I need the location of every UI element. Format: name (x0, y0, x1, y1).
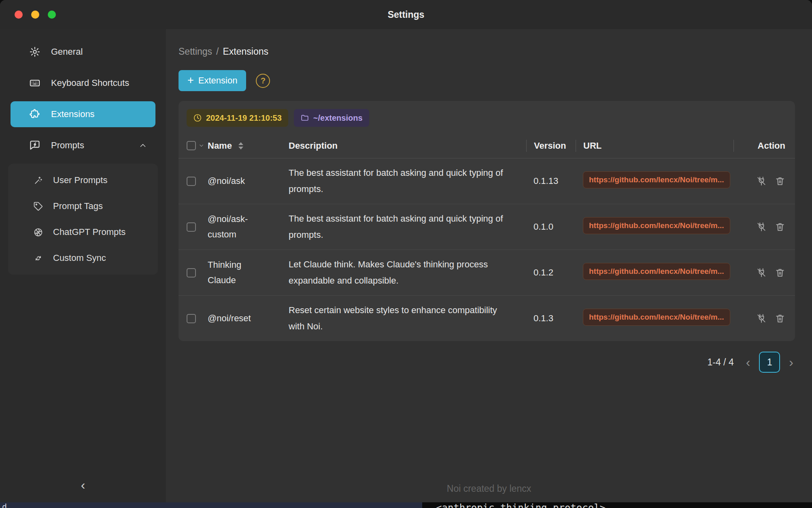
delete-extension-button[interactable] (775, 313, 785, 324)
folder-path-text: ~/extensions (313, 113, 363, 123)
extension-description: The best assistant for batch asking and … (289, 165, 509, 197)
extension-description: Let Claude think. Makes Claude's thinkin… (289, 256, 509, 289)
row-checkbox[interactable] (187, 314, 196, 323)
table-header: Name Description Version URL (179, 133, 795, 158)
disable-extension-button[interactable] (756, 267, 767, 278)
row-select-cell (179, 177, 208, 186)
unplug-icon (756, 222, 767, 232)
breadcrumb-separator: / (216, 46, 219, 57)
extensions-folder-badge[interactable]: ~/extensions (294, 109, 369, 127)
pagination-next-button[interactable]: › (787, 356, 795, 369)
row-checkbox[interactable] (187, 268, 196, 277)
unplug-icon (756, 176, 767, 186)
header-description-label: Description (289, 141, 338, 151)
delete-extension-button[interactable] (775, 267, 785, 278)
sidebar-item-label: ChatGPT Prompts (53, 227, 125, 237)
sidebar-item-chatgpt-prompts[interactable]: ChatGPT Prompts (11, 220, 155, 245)
breadcrumb-parent[interactable]: Settings (179, 46, 212, 57)
chatgpt-icon (33, 227, 43, 237)
add-extension-label: Extension (198, 75, 238, 86)
extension-url-link[interactable]: https://github.com/lencx/Noi/tree/m... (583, 217, 730, 234)
row-checkbox[interactable] (187, 177, 196, 186)
pagination-prev-button[interactable]: ‹ (744, 356, 752, 369)
sidebar-item-custom-sync[interactable]: Custom Sync (11, 245, 155, 271)
row-checkbox[interactable] (187, 222, 196, 232)
extension-actions-cell (733, 267, 795, 278)
row-select-cell (179, 268, 208, 277)
chevron-up-icon (138, 141, 147, 150)
sort-toggle[interactable] (238, 142, 243, 149)
table-row: @noi/reset Reset certain website styles … (179, 296, 795, 341)
sync-icon (33, 253, 43, 263)
minimize-button[interactable] (31, 11, 39, 19)
sidebar-item-label: Custom Sync (53, 253, 106, 263)
timestamp-badge: 2024-11-19 21:10:53 (187, 109, 288, 127)
delete-extension-button[interactable] (775, 176, 785, 186)
sidebar-item-user-prompts[interactable]: User Prompts (11, 168, 155, 193)
window-controls (15, 0, 56, 29)
sidebar-item-prompt-tags[interactable]: Prompt Tags (11, 194, 155, 219)
extension-name-cell: @noi/ask (208, 173, 289, 189)
pagination-page-1-button[interactable]: 1 (759, 352, 780, 373)
disable-extension-button[interactable] (756, 313, 767, 324)
close-button[interactable] (15, 11, 23, 19)
sidebar-item-keyboard-shortcuts[interactable]: Keyboard Shortcuts (11, 70, 155, 96)
zoom-button[interactable] (48, 11, 56, 19)
wand-icon (33, 175, 43, 186)
disable-extension-button[interactable] (756, 176, 767, 186)
trash-icon (775, 313, 785, 324)
prompts-subpanel: User Prompts Prompt Tags (8, 164, 158, 275)
disable-extension-button[interactable] (756, 222, 767, 232)
header-select-cell (179, 141, 208, 150)
help-button[interactable]: ? (256, 74, 270, 88)
gear-icon (29, 46, 40, 58)
add-extension-button[interactable]: + Extension (179, 70, 246, 91)
extension-url-cell: https://github.com/lencx/Noi/tree/m... (576, 309, 733, 328)
background-editor-left: d (0, 502, 422, 508)
header-description: Description (289, 141, 526, 151)
sidebar: General Keyboard Shortcuts Extensions (0, 29, 166, 502)
extension-url-cell: https://github.com/lencx/Noi/tree/m... (576, 217, 733, 237)
unplug-icon (756, 267, 767, 278)
select-all-checkbox[interactable] (187, 141, 196, 150)
delete-extension-button[interactable] (775, 222, 785, 232)
settings-window: Settings General Keyboard Sho (0, 0, 812, 502)
extension-description: Reset certain website styles to enhance … (289, 302, 509, 335)
sidebar-item-extensions[interactable]: Extensions (11, 101, 155, 127)
question-icon: ? (261, 76, 266, 85)
extension-url-link[interactable]: https://github.com/lencx/Noi/tree/m... (583, 309, 730, 326)
background-right-text: <anthropic_thinking_protocol> (436, 502, 606, 508)
footer-credit: Noi created by lencx (166, 483, 812, 494)
extension-actions-cell (733, 222, 795, 232)
extension-name-cell: Thinking Claude (208, 257, 289, 288)
extension-version-cell: 0.1.2 (526, 267, 576, 278)
plus-icon: + (187, 74, 194, 87)
tag-icon (33, 201, 43, 211)
sidebar-item-prompts[interactable]: Prompts (11, 132, 155, 158)
row-select-cell (179, 222, 208, 232)
header-url-label: URL (583, 141, 602, 151)
chevron-left-icon: ‹ (81, 478, 85, 491)
header-name: Name (208, 141, 289, 151)
extension-url-link[interactable]: https://github.com/lencx/Noi/tree/m... (583, 263, 730, 280)
extension-description: The best assistant for batch asking and … (289, 211, 509, 243)
extension-url-link[interactable]: https://github.com/lencx/Noi/tree/m... (583, 171, 730, 188)
extension-name-cell: @noi/ask-custom (208, 211, 289, 242)
chevron-right-icon: › (789, 355, 793, 369)
pagination: 1-4 / 4 ‹ 1 › (179, 352, 795, 373)
extension-version: 0.1.0 (534, 222, 553, 232)
extension-name: Thinking Claude (208, 257, 268, 288)
extension-description-cell: The best assistant for batch asking and … (289, 165, 526, 197)
sidebar-item-label: Keyboard Shortcuts (51, 78, 129, 88)
chevron-down-icon[interactable] (198, 143, 204, 149)
toolbar: + Extension ? (179, 70, 795, 91)
extension-name: @noi/ask-custom (208, 211, 268, 242)
extension-version: 0.1.2 (534, 267, 553, 277)
row-select-cell (179, 314, 208, 323)
sidebar-item-general[interactable]: General (11, 39, 155, 65)
background-editor-right: <anthropic_thinking_protocol> (422, 502, 812, 508)
puzzle-icon (29, 109, 40, 120)
table-row: Thinking Claude Let Claude think. Makes … (179, 250, 795, 296)
sidebar-collapse-button[interactable]: ‹ (70, 476, 96, 494)
extension-version-cell: 0.1.13 (526, 176, 576, 186)
